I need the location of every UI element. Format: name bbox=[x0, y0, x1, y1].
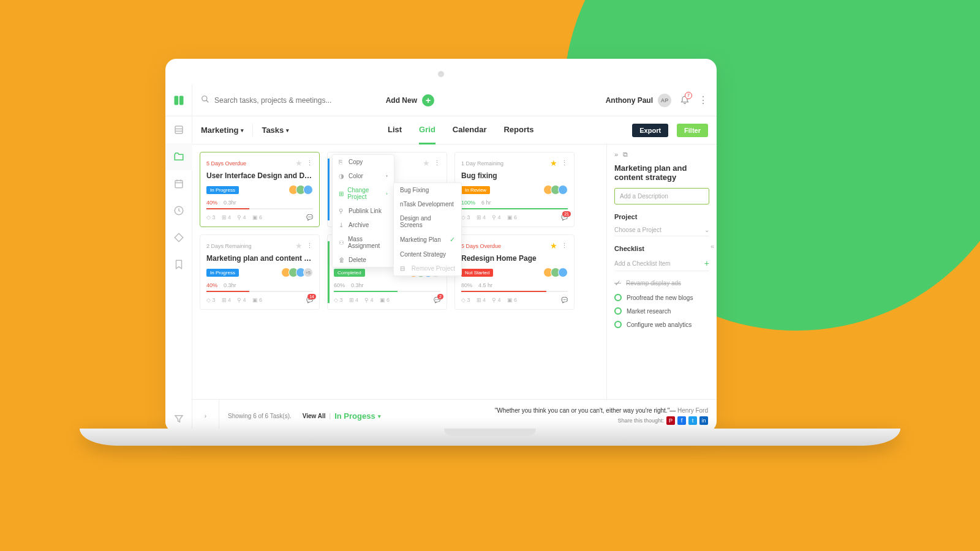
search-icon bbox=[201, 95, 209, 106]
submenu-item[interactable]: Design and Screens bbox=[394, 211, 461, 232]
submenu-item[interactable]: Content Strategy bbox=[394, 247, 461, 261]
svg-line-11 bbox=[206, 100, 209, 102]
context-menu-item[interactable]: ◑Color› bbox=[333, 169, 394, 183]
tab-reports[interactable]: Reports bbox=[503, 116, 533, 144]
tab-calendar[interactable]: Calendar bbox=[453, 116, 487, 144]
nav-diamond-icon[interactable] bbox=[165, 224, 192, 251]
card-title: User Interface Design and Devel... bbox=[206, 171, 313, 180]
share-label: Share this thought: bbox=[617, 418, 664, 424]
card-menu-icon[interactable]: ⋮ bbox=[306, 159, 313, 167]
star-icon[interactable]: ★ bbox=[295, 241, 303, 250]
project-dropdown[interactable]: Marketing ▾ bbox=[201, 126, 244, 135]
view-all-link[interactable]: View All bbox=[303, 413, 326, 419]
due-label: 2 Days Remaining bbox=[206, 243, 252, 249]
card-menu-icon[interactable]: ⋮ bbox=[561, 242, 568, 250]
facebook-icon[interactable]: f bbox=[677, 416, 686, 425]
view-dropdown[interactable]: Tasks ▾ bbox=[262, 126, 289, 135]
showing-count: Showing 6 of 6 Task(s). bbox=[228, 413, 292, 419]
user-menu[interactable]: Anthony Paul AP bbox=[606, 94, 671, 107]
panel-collapse-icon[interactable]: « bbox=[710, 242, 714, 250]
meta-attachments: ⚲ 4 bbox=[237, 214, 246, 220]
submenu-item[interactable]: Marketing Plan✓ bbox=[394, 232, 461, 247]
star-icon[interactable]: ★ bbox=[295, 159, 303, 168]
context-menu-item[interactable]: ⚲Publink Link bbox=[333, 204, 394, 218]
add-checklist-icon[interactable]: + bbox=[704, 258, 709, 268]
panel-popout-icon[interactable]: ⧉ bbox=[623, 151, 628, 159]
context-menu-item[interactable]: ⎘Copy bbox=[333, 155, 394, 169]
due-label: 5 Days Overdue bbox=[206, 160, 246, 167]
export-button[interactable]: Export bbox=[632, 124, 668, 137]
pinterest-icon[interactable]: P bbox=[666, 416, 675, 425]
due-label: 1 Day Remaining bbox=[461, 160, 503, 167]
app-logo[interactable] bbox=[165, 84, 192, 116]
card-menu-icon[interactable]: ⋮ bbox=[434, 159, 440, 167]
meta-attachments: ⚲ 4 bbox=[364, 297, 374, 303]
task-card[interactable]: 5 Days Overdue ★ ⋮ Redesign Home Page No… bbox=[454, 234, 575, 310]
more-menu-icon[interactable]: ⋮ bbox=[698, 94, 708, 106]
subheader: Marketing ▾ Tasks ▾ List Grid Calendar R… bbox=[192, 116, 717, 144]
task-card[interactable]: 5 Days Overdue ★ ⋮ User Interface Design… bbox=[200, 152, 320, 227]
nav-folder-icon[interactable] bbox=[165, 143, 192, 170]
notifications-bell[interactable]: 7 bbox=[680, 94, 690, 107]
task-card[interactable]: 1 Day Remaining ★ ⋮ Bug fixing In Review… bbox=[454, 152, 575, 227]
submenu-item[interactable]: Bug Fixing bbox=[394, 183, 461, 197]
card-menu-icon[interactable]: ⋮ bbox=[306, 242, 313, 250]
meta-images: ▣ 6 bbox=[380, 297, 390, 303]
checklist-item[interactable]: ✓Revamp display ads bbox=[614, 279, 709, 288]
meta-priority: ◇ 3 bbox=[206, 297, 216, 303]
checklist-add-input[interactable]: Add a Checklist Item + bbox=[614, 256, 709, 271]
bell-badge: 7 bbox=[685, 92, 692, 99]
user-name: Anthony Paul bbox=[606, 96, 653, 105]
star-icon[interactable]: ★ bbox=[550, 241, 557, 250]
status-filter-dropdown[interactable]: In Progess ▾ bbox=[334, 411, 380, 421]
meta-priority: ◇ 3 bbox=[461, 297, 470, 303]
context-menu-item[interactable]: ⊞Change Project› bbox=[333, 183, 394, 204]
meta-subtasks: ⊞ 4 bbox=[477, 214, 486, 220]
filter-button[interactable]: Filter bbox=[677, 124, 708, 137]
card-title: Marketing plan and content str... bbox=[206, 254, 313, 263]
tab-list[interactable]: List bbox=[388, 116, 402, 144]
meta-subtasks: ⊞ 4 bbox=[477, 297, 486, 303]
checklist-label: Checklist bbox=[614, 245, 709, 252]
nav-calendar-icon[interactable] bbox=[165, 170, 192, 197]
footer-expand-icon[interactable]: › bbox=[192, 400, 219, 433]
checklist-item[interactable]: Proofread the new blogs bbox=[614, 294, 709, 301]
nav-bookmark-icon[interactable] bbox=[165, 251, 192, 278]
comments-icon[interactable]: 💬 bbox=[561, 297, 568, 303]
status-badge: In Progress bbox=[206, 269, 239, 277]
search-input[interactable] bbox=[214, 96, 374, 105]
add-new-button[interactable]: Add New + bbox=[386, 94, 434, 107]
context-menu-item[interactable]: 🗑Delete bbox=[333, 253, 394, 267]
context-menu-item[interactable]: ⤓Archive bbox=[333, 218, 394, 232]
comments-icon[interactable]: 💬21 bbox=[561, 214, 568, 220]
panel-expand-icon[interactable]: » bbox=[614, 151, 618, 159]
description-input[interactable]: Add a Description bbox=[614, 188, 709, 204]
project-select[interactable]: Choose a Project ⌄ bbox=[614, 224, 709, 236]
checklist-item[interactable]: Market research bbox=[614, 307, 709, 315]
footer: › Showing 6 of 6 Task(s). View All | In … bbox=[192, 399, 717, 432]
camera-dot bbox=[438, 71, 444, 77]
nav-time-icon[interactable] bbox=[165, 197, 192, 224]
checklist-item[interactable]: Configure web analytics bbox=[614, 321, 709, 328]
comments-icon[interactable]: 💬14 bbox=[306, 297, 313, 303]
task-card[interactable]: 2 Days Remaining ★ ⋮ Marketing plan and … bbox=[200, 234, 320, 310]
twitter-icon[interactable]: t bbox=[688, 416, 697, 425]
context-menu-item[interactable]: ⚇Mass Assignment bbox=[333, 232, 394, 253]
assignee-avatars bbox=[543, 185, 568, 195]
plus-icon: + bbox=[422, 94, 434, 107]
linkedin-icon[interactable]: in bbox=[699, 416, 708, 425]
tab-grid[interactable]: Grid bbox=[419, 116, 435, 144]
nav-board-icon[interactable] bbox=[165, 116, 192, 143]
star-icon[interactable]: ★ bbox=[423, 159, 430, 168]
comments-icon[interactable]: 💬2 bbox=[434, 297, 440, 303]
card-menu-icon[interactable]: ⋮ bbox=[561, 159, 568, 167]
context-menu: ⎘Copy◑Color›⊞Change Project›⚲Publink Lin… bbox=[332, 154, 394, 268]
project-label: Project bbox=[614, 213, 709, 220]
cards-grid-area: 5 Days Overdue ★ ⋮ User Interface Design… bbox=[192, 144, 606, 399]
star-icon[interactable]: ★ bbox=[550, 159, 557, 168]
meta-subtasks: ⊞ 4 bbox=[349, 297, 359, 303]
svg-rect-0 bbox=[174, 96, 178, 105]
submenu-item[interactable]: nTask Development bbox=[394, 197, 461, 211]
comments-icon[interactable]: 💬 bbox=[306, 214, 313, 220]
meta-images: ▣ 6 bbox=[507, 297, 518, 303]
